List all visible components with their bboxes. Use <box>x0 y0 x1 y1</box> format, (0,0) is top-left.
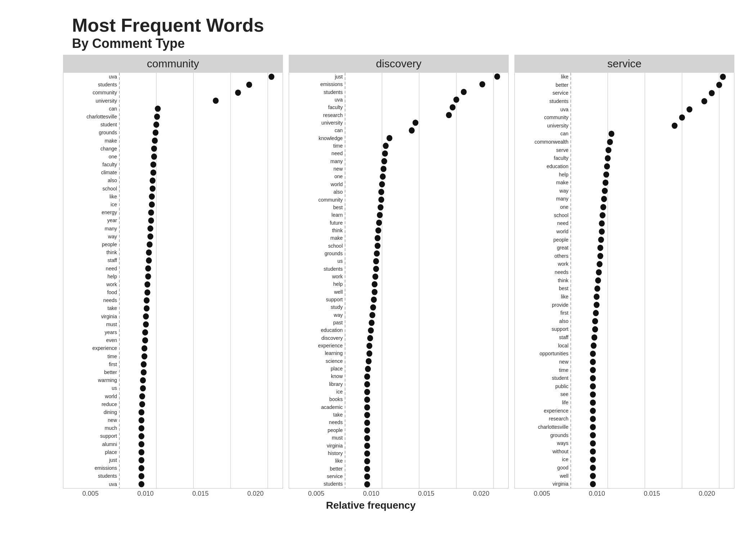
y-word-label: school <box>289 243 343 248</box>
data-dot <box>590 367 596 373</box>
y-word-label: like <box>289 458 343 463</box>
y-word-label: new <box>515 359 568 364</box>
y-word-label: community <box>515 115 568 120</box>
data-dot <box>141 361 147 367</box>
data-dot <box>600 204 606 210</box>
data-dot <box>590 449 596 455</box>
panel-header-service: service <box>514 55 734 73</box>
data-dot <box>143 321 149 327</box>
y-word-label: can <box>515 131 568 136</box>
y-word-label: us <box>63 386 117 391</box>
data-dot <box>590 432 596 438</box>
y-word-label: support <box>515 327 568 332</box>
y-word-label: student <box>515 375 568 381</box>
y-word-label: student <box>63 122 117 127</box>
data-dot <box>375 243 381 249</box>
data-dot <box>140 377 146 383</box>
data-dot <box>605 155 611 161</box>
data-dot <box>149 193 155 199</box>
y-word-label: science <box>289 359 343 364</box>
y-word-label: ice <box>63 202 117 207</box>
y-word-label: like <box>63 194 117 199</box>
y-word-label: community <box>289 197 343 202</box>
y-word-label: school <box>63 186 117 191</box>
x-tick-label: 0.005 <box>82 490 99 498</box>
data-dot <box>494 73 500 80</box>
data-dot <box>139 409 144 415</box>
x-axis-title: Relative frequency <box>7 500 734 511</box>
y-word-label: time <box>515 368 568 373</box>
y-word-label: also <box>63 178 117 183</box>
y-word-label: grounds <box>289 251 343 256</box>
data-dot <box>591 334 597 341</box>
y-word-label: world <box>515 229 568 234</box>
data-dot <box>366 350 372 356</box>
data-dot <box>608 131 614 137</box>
data-dot <box>367 335 373 341</box>
data-dot <box>364 435 370 441</box>
data-dot <box>600 212 606 218</box>
y-word-label: see <box>515 392 568 397</box>
y-word-label: many <box>515 196 568 201</box>
y-word-label: charlottesville <box>63 114 117 119</box>
y-word-label: work <box>515 261 568 266</box>
y-word-label: must <box>63 322 117 327</box>
y-word-label: ice <box>289 389 343 394</box>
y-word-label: support <box>63 433 117 438</box>
y-word-label: energy <box>63 210 117 215</box>
y-word-label: first <box>63 362 117 367</box>
data-dot <box>381 158 387 164</box>
data-dot <box>369 320 374 326</box>
data-dot <box>364 404 370 410</box>
data-dot <box>720 74 726 80</box>
y-word-label: place <box>289 366 343 371</box>
data-dot <box>453 96 459 103</box>
y-word-label: help <box>289 282 343 287</box>
y-word-label: virginia <box>289 443 343 448</box>
data-dot <box>141 369 147 375</box>
data-dot <box>369 312 375 318</box>
y-word-label: grounds <box>515 433 568 438</box>
data-dot <box>373 258 379 264</box>
y-word-label: much <box>63 426 117 431</box>
y-word-label: great <box>515 245 568 250</box>
y-word-label: research <box>289 113 343 118</box>
y-word-label: education <box>289 328 343 333</box>
y-word-label: study <box>289 305 343 310</box>
data-dot <box>143 313 149 319</box>
y-word-label: research <box>515 416 568 421</box>
data-dot <box>155 105 161 112</box>
y-word-label: better <box>289 466 343 471</box>
data-dot <box>151 145 157 152</box>
data-dot <box>150 185 156 192</box>
y-word-label: experience <box>63 346 117 351</box>
data-dot <box>144 281 150 287</box>
data-dot <box>364 381 370 387</box>
plot-svg-community <box>119 73 283 488</box>
data-dot <box>591 342 597 348</box>
data-dot <box>139 481 144 487</box>
y-word-label: need <box>289 151 343 156</box>
data-dot <box>139 393 145 399</box>
data-dot <box>378 189 384 195</box>
y-word-label: know <box>289 374 343 379</box>
y-word-label: alumni <box>63 442 117 447</box>
data-dot <box>142 337 148 343</box>
y-word-label: books <box>289 397 343 402</box>
data-dot <box>146 249 152 256</box>
data-dot <box>701 98 707 104</box>
data-dot <box>142 329 148 336</box>
y-word-label: help <box>63 274 117 279</box>
y-word-label: best <box>515 286 568 291</box>
data-dot <box>716 82 722 88</box>
chart-container: Most Frequent Words By Comment Type comm… <box>0 0 756 540</box>
y-word-label: climate <box>63 170 117 175</box>
y-word-label: without <box>515 449 568 454</box>
y-word-label: need <box>63 266 117 271</box>
data-dot <box>377 212 383 218</box>
x-tick-label: 0.005 <box>534 490 550 498</box>
y-word-label: make <box>289 235 343 240</box>
x-tick-label: 0.005 <box>308 490 324 498</box>
data-dot <box>595 277 601 283</box>
data-dot <box>593 310 599 316</box>
